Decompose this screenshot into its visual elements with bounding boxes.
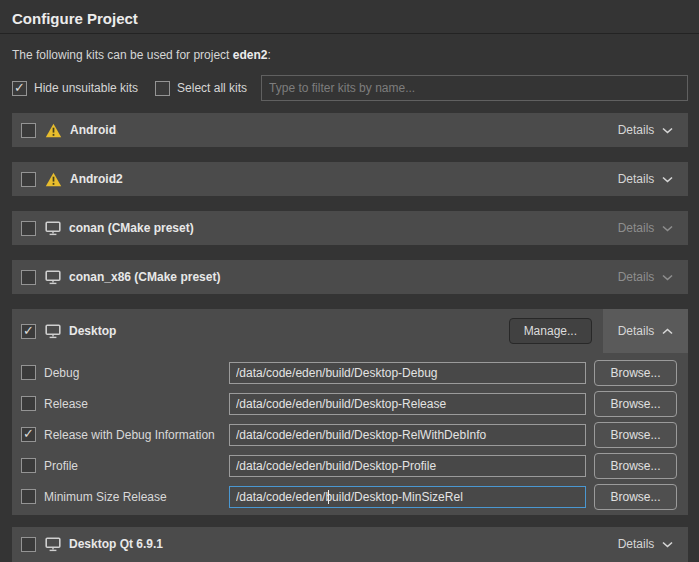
details-label: Details <box>618 324 655 338</box>
build-dir-field-wrap <box>229 486 586 508</box>
details-label: Details <box>618 123 655 137</box>
hide-unsuitable-label: Hide unsuitable kits <box>34 81 138 95</box>
browse-button[interactable]: Browse... <box>594 484 677 510</box>
build-config-checkbox[interactable] <box>21 489 36 504</box>
desktop-icon <box>45 537 61 552</box>
details-toggle[interactable]: Details <box>603 113 688 147</box>
browse-button[interactable]: Browse... <box>594 422 677 448</box>
kit-section: Desktop Manage... Details Debug Browse..… <box>12 309 688 515</box>
chevron-icon <box>662 328 673 335</box>
browse-button[interactable]: Browse... <box>594 453 677 479</box>
page-title: Configure Project <box>12 9 688 28</box>
title-separator <box>0 33 699 34</box>
build-config-checkbox[interactable] <box>21 427 36 442</box>
browse-button[interactable]: Browse... <box>594 360 677 386</box>
kit-name: conan (CMake preset) <box>69 221 194 235</box>
build-config-label: Profile <box>44 459 229 473</box>
build-dir-input[interactable] <box>229 424 586 446</box>
kit-checkbox[interactable] <box>21 123 36 138</box>
select-all-label: Select all kits <box>177 81 247 95</box>
details-toggle[interactable]: Details <box>603 527 688 561</box>
kit-header: Desktop Manage... Details <box>12 309 688 353</box>
hide-unsuitable-checkbox[interactable] <box>12 81 27 96</box>
details-toggle[interactable]: Details <box>603 309 688 353</box>
build-config-row: Minimum Size Release Browse... <box>21 481 677 512</box>
kit-name: Desktop Qt 6.9.1 <box>69 537 163 551</box>
kit-section: Desktop Qt 6.9.1 Details <box>12 527 688 561</box>
select-all-group: Select all kits <box>155 81 247 96</box>
build-config-label: Minimum Size Release <box>44 490 229 504</box>
chevron-icon <box>662 274 673 281</box>
kit-section: conan_x86 (CMake preset) Details <box>12 260 688 294</box>
kit-name: conan_x86 (CMake preset) <box>69 270 220 284</box>
build-dir-field-wrap <box>229 393 586 415</box>
kit-name: Android <box>70 123 116 137</box>
kit-section: conan (CMake preset) Details <box>12 211 688 245</box>
build-config-label: Release <box>44 397 229 411</box>
chevron-icon <box>662 127 673 134</box>
project-name: eden2 <box>233 48 268 62</box>
build-config-label: Release with Debug Information <box>44 428 229 442</box>
kit-section: Android2 Details <box>12 162 688 196</box>
details-toggle[interactable]: Details <box>603 260 688 294</box>
manage-button[interactable]: Manage... <box>509 318 592 344</box>
kit-header: conan_x86 (CMake preset) Details <box>12 260 688 294</box>
build-config-checkbox[interactable] <box>21 458 36 473</box>
build-dir-input[interactable] <box>229 455 586 477</box>
warning-icon <box>45 172 62 187</box>
build-config-row: Release with Debug Information Browse... <box>21 419 677 450</box>
details-label: Details <box>618 270 655 284</box>
kit-header: Android2 Details <box>12 162 688 196</box>
chevron-icon <box>662 541 673 548</box>
build-dir-field-wrap <box>229 424 586 446</box>
details-label: Details <box>618 537 655 551</box>
build-config-row: Profile Browse... <box>21 450 677 481</box>
kit-checkbox[interactable] <box>21 270 36 285</box>
kit-header: Android Details <box>12 113 688 147</box>
build-config-row: Release Browse... <box>21 388 677 419</box>
browse-button[interactable]: Browse... <box>594 391 677 417</box>
details-toggle[interactable]: Details <box>603 162 688 196</box>
build-config-checkbox[interactable] <box>21 365 36 380</box>
warning-icon <box>45 123 62 138</box>
build-dir-field-wrap <box>229 455 586 477</box>
select-all-checkbox[interactable] <box>155 81 170 96</box>
chevron-icon <box>662 225 673 232</box>
details-label: Details <box>618 172 655 186</box>
build-dir-input[interactable] <box>229 362 586 384</box>
kit-build-configs: Debug Browse... Release Browse... Releas… <box>12 353 688 515</box>
build-config-row: Debug Browse... <box>21 357 677 388</box>
hide-unsuitable-group: Hide unsuitable kits <box>12 81 138 96</box>
kit-header: conan (CMake preset) Details <box>12 211 688 245</box>
chevron-icon <box>662 176 673 183</box>
kit-filter-input[interactable] <box>261 75 688 101</box>
kit-checkbox[interactable] <box>21 537 36 552</box>
kit-checkbox[interactable] <box>21 221 36 236</box>
details-label: Details <box>618 221 655 235</box>
build-dir-field-wrap <box>229 362 586 384</box>
kits-info-prefix: The following kits can be used for proje… <box>12 48 233 62</box>
kit-checkbox[interactable] <box>21 324 36 339</box>
kit-checkbox[interactable] <box>21 172 36 187</box>
build-dir-input[interactable] <box>229 486 586 508</box>
kit-name: Android2 <box>70 172 123 186</box>
desktop-icon <box>45 270 61 285</box>
desktop-icon <box>45 324 61 339</box>
desktop-icon <box>45 221 61 236</box>
details-toggle[interactable]: Details <box>603 211 688 245</box>
kit-header: Desktop Qt 6.9.1 Details <box>12 527 688 561</box>
build-dir-input[interactable] <box>229 393 586 415</box>
kit-filter-bar: Hide unsuitable kits Select all kits <box>12 75 688 101</box>
text-cursor <box>328 490 329 504</box>
kit-name: Desktop <box>69 324 116 338</box>
build-config-checkbox[interactable] <box>21 396 36 411</box>
kits-info-suffix: : <box>267 48 270 62</box>
kit-list: Android Details <box>12 113 688 561</box>
kit-section: Android Details <box>12 113 688 147</box>
kits-info-text: The following kits can be used for proje… <box>12 48 688 62</box>
build-config-label: Debug <box>44 366 229 380</box>
